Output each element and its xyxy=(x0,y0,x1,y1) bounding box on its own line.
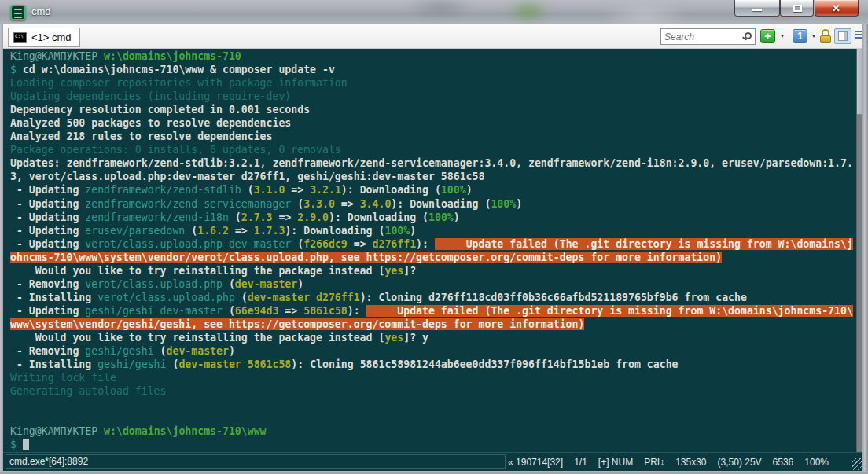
maximize-button[interactable] xyxy=(780,0,814,17)
terminal-line: - Updating zendframework/zend-serviceman… xyxy=(10,198,856,211)
status-item: [+] NUM xyxy=(598,457,633,468)
terminal-output[interactable]: King@КАМПУКТЕР w:\domains\johncms-710$ c… xyxy=(3,49,856,452)
terminal-line: - Updating verot/class.upload.php dev-ma… xyxy=(10,238,856,252)
terminal-line: Dependency resolution completed in 0.001… xyxy=(10,104,856,117)
status-right-items: « 190714[32]1/1[+] NUMPRI↕135x30(3,50) 2… xyxy=(508,453,829,472)
terminal-line: www\system\vendor/geshi/geshi, see https… xyxy=(10,318,856,332)
new-console-button[interactable]: + xyxy=(760,29,775,43)
status-item: 100% xyxy=(804,457,829,468)
terminal-line: $ cd w:\domains\johncms-710\www & compos… xyxy=(10,64,856,77)
title-bar[interactable]: cmd ✕ xyxy=(0,0,868,24)
terminal-cursor xyxy=(23,439,29,450)
console-list-button[interactable]: 1 xyxy=(793,29,807,43)
status-item: PRI↕ xyxy=(644,457,664,468)
status-item: 1/1 xyxy=(574,457,587,468)
cmd-icon: C:\ xyxy=(13,32,27,43)
scrollbar-thumb[interactable] xyxy=(857,49,862,115)
minimize-button[interactable] xyxy=(734,0,780,17)
terminal-area: King@КАМПУКТЕР w:\domains\johncms-710$ c… xyxy=(3,49,862,452)
terminal-line: - Updating zendframework/zend-stdlib (3.… xyxy=(10,184,856,197)
sidebar-panel-icon xyxy=(838,31,848,41)
terminal-line xyxy=(10,412,856,425)
search-input[interactable] xyxy=(664,31,740,44)
window-left-frame xyxy=(0,24,3,471)
status-item: (3,50) 25V xyxy=(718,457,762,468)
terminal-line: - Updating zendframework/zend-i18n (2.7.… xyxy=(10,211,856,225)
terminal-line: King@КАМПУКТЕР w:\domains\johncms-710\ww… xyxy=(10,425,856,439)
terminal-line: - Removing verot/class.upload.php (dev-m… xyxy=(10,278,856,292)
new-console-dropdown-icon[interactable]: ▼ xyxy=(778,29,786,43)
terminal-line: Analyzed 218 rules to resolve dependenci… xyxy=(10,130,856,144)
sidebar-toggle-button[interactable] xyxy=(834,28,851,44)
close-button[interactable]: ✕ xyxy=(815,0,859,17)
terminal-line: $ xyxy=(10,439,856,452)
minimize-icon xyxy=(752,9,762,11)
status-item: « 190714[32] xyxy=(508,457,563,468)
tab-bar: C:\ <1> cmd + ▼ 1 ▼ xyxy=(3,24,865,49)
terminal-line: 3, verot/class.upload.php:dev-master d27… xyxy=(10,171,856,184)
conemu-app-icon[interactable] xyxy=(10,5,26,20)
search-icon[interactable] xyxy=(745,32,752,39)
terminal-line: - Installing geshi/geshi (dev-master 586… xyxy=(10,358,856,372)
lock-shackle xyxy=(822,29,829,35)
window-title: cmd xyxy=(31,6,51,17)
console-list-dropdown-icon[interactable]: ▼ xyxy=(810,29,818,43)
search-box xyxy=(660,28,756,45)
maximize-icon xyxy=(793,5,802,12)
terminal-line: Would you like to try reinstalling the p… xyxy=(10,332,856,345)
terminal-scrollbar[interactable] xyxy=(856,49,862,452)
terminal-line: - Updating erusev/parsedown (1.6.2 => 1.… xyxy=(10,225,856,238)
status-item: 135x30 xyxy=(675,457,706,468)
tab-label: <1> cmd xyxy=(31,31,72,43)
conemu-window: cmd ✕ C:\ <1> cmd + ▼ 1 ▼ King@КАМПУКТЕР… xyxy=(0,0,868,474)
terminal-line: Loading composer repositories with packa… xyxy=(10,77,856,90)
terminal-line: Would you like to try reinstalling the p… xyxy=(10,265,856,278)
close-icon: ✕ xyxy=(832,2,840,14)
terminal-line: - Removing geshi/geshi (dev-master) xyxy=(10,345,856,358)
terminal-line: King@КАМПУКТЕР w:\domains\johncms-710 xyxy=(10,50,856,64)
status-process-info: cmd.exe*[64]:8892 xyxy=(6,454,506,469)
status-bar: cmd.exe*[64]:8892 « 190714[32]1/1[+] NUM… xyxy=(3,452,865,471)
terminal-line: ohncms-710\www\system\vendor/verot/class… xyxy=(10,252,856,265)
terminal-line: Updates: zendframework/zend-stdlib:3.2.1… xyxy=(10,157,856,171)
lock-icon[interactable] xyxy=(819,29,832,43)
terminal-line: Updating dependencies (including require… xyxy=(10,90,856,104)
terminal-line: Writing lock file xyxy=(10,372,856,385)
terminal-line xyxy=(10,399,856,412)
terminal-line: - Updating geshi/geshi dev-master (66e94… xyxy=(10,305,856,318)
window-right-frame xyxy=(862,24,868,471)
lock-body xyxy=(820,35,831,43)
terminal-line: Analyzed 500 packages to resolve depende… xyxy=(10,117,856,130)
status-item: 6536 xyxy=(773,457,794,468)
terminal-line: - Installing verot/class.upload.php (dev… xyxy=(10,292,856,305)
terminal-line: Generating autoload files xyxy=(10,385,856,399)
tab-cmd[interactable]: C:\ <1> cmd xyxy=(8,28,80,47)
terminal-line: Package operations: 0 installs, 6 update… xyxy=(10,144,856,157)
window-bottom-frame xyxy=(0,471,868,474)
